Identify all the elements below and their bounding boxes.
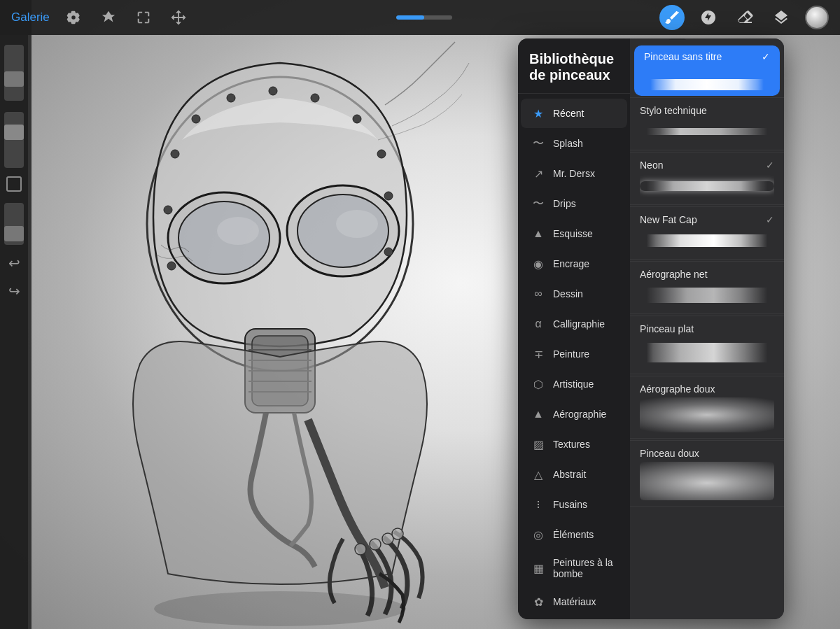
category-encrage-label: Encrage <box>553 258 589 269</box>
fusains-icon: ⫶ <box>531 497 546 512</box>
extra-handle <box>4 226 24 241</box>
category-retro[interactable]: ✦ Rétro <box>521 617 627 619</box>
brush-categories: Bibliothèque de pinceaux ★ Récent 〜 Spla… <box>518 38 630 619</box>
panel-title: Bibliothèque de pinceaux <box>518 38 630 94</box>
opacity-handle <box>4 71 24 87</box>
selected-checkmark: ✓ <box>762 51 770 62</box>
elements-icon: ◎ <box>531 527 546 542</box>
left-sidebar: ↩ ↪ <box>0 35 28 629</box>
category-materiaux[interactable]: ✿ Matériaux <box>521 587 627 616</box>
stroke-preview-untitled <box>644 79 770 90</box>
brush-pinceau-doux[interactable]: Pinceau doux <box>630 442 784 507</box>
eraser-button[interactable] <box>732 5 757 30</box>
opacity-slider[interactable] <box>4 45 24 101</box>
extra-slider[interactable] <box>4 203 24 245</box>
drips-icon: 〜 <box>531 196 546 211</box>
category-peintures-bombe-label: Peintures à la bombe <box>553 557 617 579</box>
brush-preview-aerographe-net <box>640 283 774 308</box>
category-mr-dersx-label: Mr. Dersx <box>553 168 595 179</box>
category-aerographie-label: Aérographie <box>553 409 606 420</box>
redo-button[interactable]: ↪ <box>8 283 20 299</box>
category-drips[interactable]: 〜 Drips <box>521 189 627 218</box>
gallery-button[interactable]: Galerie <box>11 10 50 24</box>
brush-button[interactable] <box>659 5 685 30</box>
peinture-icon: ∓ <box>531 346 546 362</box>
brush-preview-untitled <box>644 65 770 90</box>
brush-neon[interactable]: Neon ✓ <box>630 154 784 205</box>
toolbar-right <box>659 5 829 30</box>
stroke-preview-neon <box>640 181 774 191</box>
divider-4 <box>630 261 784 262</box>
progress-indicator <box>396 15 452 20</box>
smudge-button[interactable] <box>696 5 721 30</box>
category-fusains-label: Fusains <box>553 499 587 510</box>
artistique-icon: ⬡ <box>531 376 546 392</box>
encrage-icon: ◉ <box>531 256 546 271</box>
transform-icon[interactable] <box>167 6 190 29</box>
category-aerographie[interactable]: ▲ Aérographie <box>521 400 627 429</box>
category-esquisse[interactable]: ▲ Esquisse <box>521 219 627 248</box>
category-calligraphie-label: Calligraphie <box>553 318 605 330</box>
category-peinture-label: Peinture <box>553 348 589 360</box>
category-peinture[interactable]: ∓ Peinture <box>521 339 627 369</box>
brush-preview-pinceau-plat <box>640 337 774 368</box>
category-recent[interactable]: ★ Récent <box>521 99 627 128</box>
category-abstrait-label: Abstrait <box>553 469 586 480</box>
brush-preview-fatcap <box>640 228 774 253</box>
brush-stylo-technique[interactable]: Stylo technique <box>630 99 784 150</box>
category-fusains[interactable]: ⫶ Fusains <box>521 490 627 519</box>
fatcap-checkmark: ✓ <box>766 214 774 225</box>
category-list: ★ Récent 〜 Splash ↗ Mr. Dersx 〜 Drips ▲ … <box>518 94 630 619</box>
divider-3 <box>630 206 784 207</box>
selection-icon[interactable] <box>132 6 155 29</box>
neon-checkmark: ✓ <box>766 160 774 171</box>
category-splash[interactable]: 〜 Splash <box>521 129 627 158</box>
adjustments-icon[interactable] <box>97 6 120 29</box>
category-peintures-bombe[interactable]: ▦ Peintures à la bombe <box>521 550 627 586</box>
calligraphie-icon: α <box>531 316 546 332</box>
layers-button[interactable] <box>769 5 794 30</box>
category-artistique[interactable]: ⬡ Artistique <box>521 369 627 399</box>
category-encrage[interactable]: ◉ Encrage <box>521 249 627 278</box>
toolbar-center <box>190 15 659 20</box>
brush-name-pinceau-doux: Pinceau doux <box>640 448 774 459</box>
stroke-preview-aerographe-net <box>640 288 774 303</box>
brush-panel: Bibliothèque de pinceaux ★ Récent 〜 Spla… <box>518 38 784 619</box>
undo-button[interactable]: ↩ <box>8 255 20 271</box>
size-slider[interactable] <box>4 112 24 168</box>
category-calligraphie[interactable]: α Calligraphie <box>521 309 627 339</box>
wrench-icon[interactable] <box>62 6 85 29</box>
brush-aerographe-doux[interactable]: Aérographe doux <box>630 378 784 439</box>
brush-new-fat-cap[interactable]: New Fat Cap ✓ <box>630 209 784 260</box>
divider-2 <box>630 152 784 153</box>
toolbar-left: Galerie <box>11 6 190 29</box>
dessin-icon: ∞ <box>531 286 546 302</box>
shape-tool[interactable] <box>6 176 22 192</box>
brush-name-neon: Neon ✓ <box>640 160 774 171</box>
size-handle <box>4 125 24 140</box>
color-picker[interactable] <box>805 6 829 29</box>
category-textures[interactable]: ▨ Textures <box>521 430 627 459</box>
splash-icon: 〜 <box>531 136 546 151</box>
stroke-preview-fatcap <box>640 234 774 247</box>
brush-name-aerographe-net: Aérographe net <box>640 269 774 280</box>
brush-aerographe-net[interactable]: Aérographe net <box>630 263 784 314</box>
brush-name-pinceau-sans-titre: Pinceau sans titre ✓ <box>644 51 770 62</box>
category-abstrait[interactable]: △ Abstrait <box>521 460 627 489</box>
brush-name-aerographe-doux: Aérographe doux <box>640 383 774 395</box>
brush-preview-aerographe-doux <box>640 397 774 432</box>
peintures-bombe-icon: ▦ <box>531 560 546 576</box>
mr-dersx-icon: ↗ <box>531 166 546 181</box>
brush-pinceau-sans-titre[interactable]: Pinceau sans titre ✓ <box>634 45 780 96</box>
recent-icon: ★ <box>531 106 546 121</box>
brush-pinceau-plat[interactable]: Pinceau plat <box>630 318 784 374</box>
esquisse-icon: ▲ <box>531 226 546 241</box>
brush-preview-stylo <box>640 119 774 144</box>
category-mr-dersx[interactable]: ↗ Mr. Dersx <box>521 159 627 188</box>
category-dessin[interactable]: ∞ Dessin <box>521 279 627 309</box>
divider-1 <box>630 97 784 98</box>
category-materiaux-label: Matériaux <box>553 596 596 607</box>
category-elements[interactable]: ◎ Éléments <box>521 520 627 549</box>
divider-6 <box>630 376 784 376</box>
category-drips-label: Drips <box>553 198 576 209</box>
